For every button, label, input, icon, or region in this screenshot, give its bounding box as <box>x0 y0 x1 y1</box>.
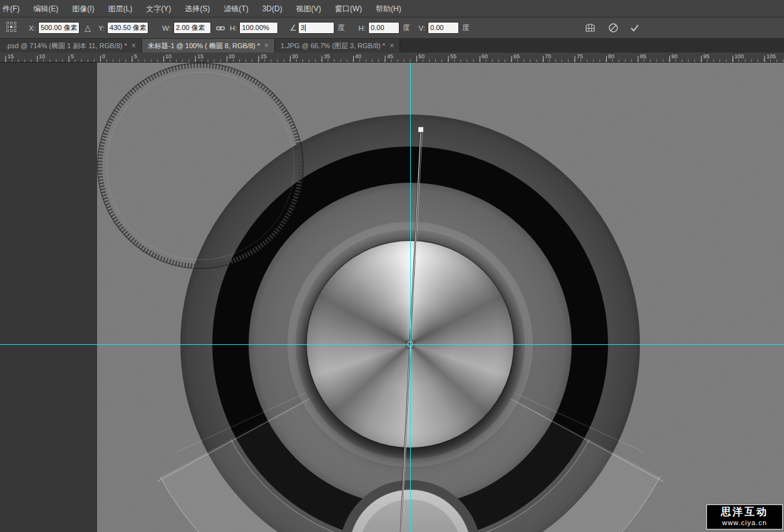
menu-item[interactable]: 文字(Y) <box>139 0 178 18</box>
ruler-label: 75 <box>577 53 583 59</box>
canvas-workspace: 思洋互动 www.ciya.cn <box>0 63 784 532</box>
h-skew-input[interactable]: 0.00 <box>368 22 400 34</box>
ruler-label: 40 <box>355 53 361 59</box>
tab-close-icon[interactable]: × <box>132 41 136 50</box>
tab-label: 1.JPG @ 66.7% (图层 3, RGB/8) * <box>281 41 385 51</box>
watermark-title: 思洋互动 <box>707 505 782 519</box>
tab-close-icon[interactable]: × <box>389 41 394 50</box>
relative-positioning-icon[interactable]: △ <box>85 23 91 33</box>
width-input[interactable]: 2.00 像素 <box>173 22 211 34</box>
ruler-label: 35 <box>324 53 330 59</box>
v-skew-input[interactable]: 0.00 <box>428 22 459 34</box>
watermark: 思洋互动 www.ciya.cn <box>706 504 783 529</box>
menu-item[interactable]: 选择(S) <box>178 0 217 18</box>
link-dimensions-icon[interactable] <box>214 21 227 35</box>
height-scale-label: H: <box>230 24 237 32</box>
ruler-label: 45 <box>387 53 393 59</box>
rotation-angle-input[interactable]: 3 <box>298 22 334 34</box>
height-scale-input[interactable]: 100.00% <box>239 22 278 34</box>
ruler-label: 100 <box>735 53 744 59</box>
ruler-label: 95 <box>703 53 709 59</box>
text-caret <box>305 24 306 31</box>
menu-item[interactable]: 滤镜(T) <box>217 0 255 18</box>
watermark-url: www.ciya.cn <box>707 519 782 527</box>
horizontal-ruler[interactable]: 1510505101520253035404550556065707580859… <box>0 53 784 63</box>
ruler-label: 85 <box>640 53 646 59</box>
commit-transform-icon[interactable] <box>628 21 642 35</box>
reference-point-locator-icon[interactable] <box>6 22 19 34</box>
ruler-label: 25 <box>260 53 267 59</box>
tab-label: 未标题-1 @ 100% ( 椭圆 8, RGB/8) * <box>148 41 260 51</box>
menu-item[interactable]: 窗口(W) <box>328 0 369 18</box>
ruler-label: 105 <box>766 53 776 59</box>
menu-item[interactable]: 件(F) <box>0 0 26 18</box>
v-skew-unit: 度 <box>462 23 470 33</box>
menu-item[interactable]: 编辑(E) <box>26 0 65 18</box>
transform-options-bar: X: 500.00 像素 △ Y: 430.50 像素 W: 2.00 像素 H… <box>0 18 784 39</box>
y-position-input[interactable]: 430.50 像素 <box>107 22 148 34</box>
v-skew-label: V: <box>419 24 425 32</box>
ruler-label: 70 <box>545 53 551 59</box>
ruler-label: 15 <box>197 53 204 59</box>
cancel-transform-icon[interactable] <box>607 21 621 35</box>
ruler-label: 20 <box>229 53 235 59</box>
document-tab[interactable]: 未标题-1 @ 100% ( 椭圆 8, RGB/8) *× <box>142 39 275 53</box>
angle-unit: 度 <box>338 23 345 33</box>
ruler-label: 15 <box>8 53 14 59</box>
document-tab-bar: .psd @ 714% (椭圆 1 副本 11, RGB/8) *×未标题-1 … <box>0 39 784 53</box>
width-label: W: <box>162 24 171 32</box>
warp-mode-icon[interactable] <box>584 21 597 35</box>
ruler-label: 80 <box>608 53 614 59</box>
tab-label: .psd @ 714% (椭圆 1 副本 11, RGB/8) * <box>6 41 127 51</box>
ruler-label: 55 <box>450 53 456 59</box>
ruler-label: 60 <box>482 53 488 59</box>
rotation-angle-icon: ∠ <box>289 23 297 33</box>
ruler-label: 10 <box>39 53 45 59</box>
menu-item[interactable]: 3D(D) <box>255 0 289 18</box>
ruler-label: 30 <box>292 53 298 59</box>
h-skew-unit: 度 <box>403 23 410 33</box>
y-label: Y: <box>98 24 105 32</box>
ruler-label: 50 <box>418 53 425 59</box>
photoshop-window: 件(F)编辑(E)图像(I)图层(L)文字(Y)选择(S)滤镜(T)3D(D)视… <box>0 0 784 532</box>
menu-item[interactable]: 图层(L) <box>101 0 140 18</box>
document-tab[interactable]: 1.JPG @ 66.7% (图层 3, RGB/8) *× <box>275 39 400 53</box>
h-skew-label: H: <box>359 24 366 32</box>
x-label: X: <box>29 24 36 32</box>
ruler-label: 0 <box>102 53 105 59</box>
tab-close-icon[interactable]: × <box>264 41 269 50</box>
ruler-label: 10 <box>165 53 172 59</box>
horizontal-guide[interactable] <box>0 344 784 345</box>
document-canvas[interactable] <box>97 63 784 532</box>
menu-item[interactable]: 视图(V) <box>289 0 328 18</box>
ruler-label: 65 <box>513 53 520 59</box>
vertical-guide[interactable] <box>410 63 411 532</box>
menu-item[interactable]: 图像(I) <box>65 0 101 18</box>
menu-bar: 件(F)编辑(E)图像(I)图层(L)文字(Y)选择(S)滤镜(T)3D(D)视… <box>0 0 784 18</box>
document-tab[interactable]: .psd @ 714% (椭圆 1 副本 11, RGB/8) *× <box>0 39 142 53</box>
x-position-input[interactable]: 500.00 像素 <box>38 22 80 34</box>
ruler-label: 5 <box>134 53 137 59</box>
menu-item[interactable]: 帮助(H) <box>369 0 408 18</box>
ruler-label: 5 <box>71 53 74 59</box>
ruler-label: 90 <box>671 53 678 59</box>
